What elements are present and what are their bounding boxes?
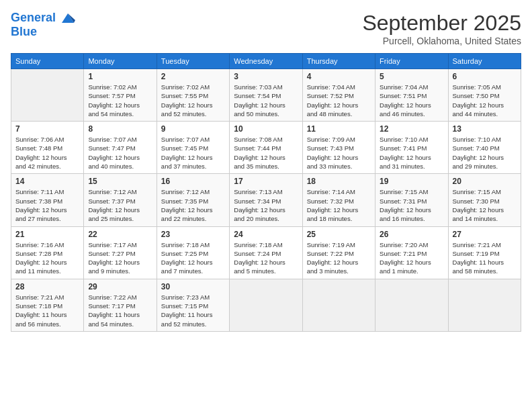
- calendar-body: 1Sunrise: 7:02 AMSunset: 7:57 PMDaylight…: [11, 69, 521, 332]
- day-number: 10: [234, 124, 298, 134]
- calendar-cell: 17Sunrise: 7:13 AMSunset: 7:34 PMDayligh…: [230, 174, 302, 226]
- day-info: Sunrise: 7:21 AMSunset: 7:18 PMDaylight:…: [15, 293, 79, 328]
- header-day: Sunday: [11, 54, 84, 69]
- calendar-cell: 30Sunrise: 7:23 AMSunset: 7:15 PMDayligh…: [157, 279, 229, 331]
- calendar-cell: 19Sunrise: 7:15 AMSunset: 7:31 PMDayligh…: [375, 174, 448, 226]
- logo: General Blue: [11, 11, 75, 39]
- month-title: September 2025: [362, 11, 521, 36]
- header-day: Friday: [375, 54, 448, 69]
- day-info: Sunrise: 7:21 AMSunset: 7:19 PMDaylight:…: [453, 240, 517, 276]
- calendar-cell: [375, 279, 448, 331]
- day-info: Sunrise: 7:10 AMSunset: 7:40 PMDaylight:…: [453, 135, 517, 171]
- day-number: 18: [307, 177, 371, 186]
- calendar-cell: 3Sunrise: 7:03 AMSunset: 7:54 PMDaylight…: [230, 69, 302, 122]
- calendar-cell: 4Sunrise: 7:04 AMSunset: 7:52 PMDaylight…: [302, 69, 375, 122]
- day-info: Sunrise: 7:17 AMSunset: 7:27 PMDaylight:…: [88, 240, 152, 276]
- calendar-cell: 22Sunrise: 7:17 AMSunset: 7:27 PMDayligh…: [84, 226, 157, 279]
- day-number: 23: [161, 230, 225, 239]
- day-number: 25: [307, 230, 371, 239]
- calendar-cell: 15Sunrise: 7:12 AMSunset: 7:37 PMDayligh…: [84, 174, 157, 226]
- calendar-cell: 16Sunrise: 7:12 AMSunset: 7:35 PMDayligh…: [157, 174, 229, 226]
- day-number: 30: [161, 282, 225, 291]
- calendar-week-row: 14Sunrise: 7:11 AMSunset: 7:38 PMDayligh…: [11, 174, 521, 226]
- calendar-cell: 29Sunrise: 7:22 AMSunset: 7:17 PMDayligh…: [84, 279, 157, 331]
- calendar-cell: 20Sunrise: 7:15 AMSunset: 7:30 PMDayligh…: [448, 174, 521, 226]
- day-info: Sunrise: 7:12 AMSunset: 7:37 PMDaylight:…: [88, 187, 152, 223]
- day-number: 7: [15, 124, 79, 134]
- day-number: 17: [234, 177, 298, 186]
- day-number: 14: [15, 177, 79, 186]
- calendar-cell: 5Sunrise: 7:04 AMSunset: 7:51 PMDaylight…: [375, 69, 448, 122]
- header-day: Wednesday: [230, 54, 302, 69]
- day-number: 16: [161, 177, 225, 186]
- location-subtitle: Purcell, Oklahoma, United States: [362, 36, 521, 46]
- day-info: Sunrise: 7:13 AMSunset: 7:34 PMDaylight:…: [234, 187, 298, 223]
- day-info: Sunrise: 7:07 AMSunset: 7:47 PMDaylight:…: [88, 135, 152, 171]
- logo-icon: [60, 11, 75, 26]
- calendar-cell: 8Sunrise: 7:07 AMSunset: 7:47 PMDaylight…: [84, 122, 157, 174]
- day-info: Sunrise: 7:04 AMSunset: 7:51 PMDaylight:…: [380, 83, 443, 118]
- day-number: 13: [453, 124, 517, 134]
- day-info: Sunrise: 7:02 AMSunset: 7:57 PMDaylight:…: [88, 83, 152, 118]
- day-info: Sunrise: 7:10 AMSunset: 7:41 PMDaylight:…: [380, 135, 443, 171]
- calendar-cell: [448, 279, 521, 331]
- day-number: 11: [307, 124, 371, 134]
- day-number: 2: [161, 72, 225, 81]
- day-number: 3: [234, 72, 298, 81]
- calendar-cell: 6Sunrise: 7:05 AMSunset: 7:50 PMDaylight…: [448, 69, 521, 122]
- day-number: 1: [88, 72, 152, 81]
- calendar-week-row: 7Sunrise: 7:06 AMSunset: 7:48 PMDaylight…: [11, 122, 521, 174]
- calendar-cell: 18Sunrise: 7:14 AMSunset: 7:32 PMDayligh…: [302, 174, 375, 226]
- calendar-cell: 9Sunrise: 7:07 AMSunset: 7:45 PMDaylight…: [157, 122, 229, 174]
- logo-blue-text: Blue: [11, 26, 75, 39]
- calendar-cell: 21Sunrise: 7:16 AMSunset: 7:28 PMDayligh…: [11, 226, 84, 279]
- day-number: 28: [15, 282, 79, 291]
- calendar-header-row: SundayMondayTuesdayWednesdayThursdayFrid…: [11, 54, 521, 69]
- calendar-cell: 28Sunrise: 7:21 AMSunset: 7:18 PMDayligh…: [11, 279, 84, 331]
- day-info: Sunrise: 7:05 AMSunset: 7:50 PMDaylight:…: [453, 83, 517, 118]
- calendar-week-row: 28Sunrise: 7:21 AMSunset: 7:18 PMDayligh…: [11, 279, 521, 331]
- page-header: General Blue September 2025 Purcell, Okl…: [11, 11, 521, 46]
- header-day: Monday: [84, 54, 157, 69]
- day-info: Sunrise: 7:03 AMSunset: 7:54 PMDaylight:…: [234, 83, 298, 118]
- calendar-cell: 24Sunrise: 7:18 AMSunset: 7:24 PMDayligh…: [230, 226, 302, 279]
- day-number: 26: [380, 230, 443, 239]
- calendar-cell: 11Sunrise: 7:09 AMSunset: 7:43 PMDayligh…: [302, 122, 375, 174]
- calendar-cell: [230, 279, 302, 331]
- logo-text: General: [11, 11, 75, 26]
- day-info: Sunrise: 7:02 AMSunset: 7:55 PMDaylight:…: [161, 83, 225, 118]
- day-number: 29: [88, 282, 152, 291]
- calendar-cell: 14Sunrise: 7:11 AMSunset: 7:38 PMDayligh…: [11, 174, 84, 226]
- calendar-cell: 7Sunrise: 7:06 AMSunset: 7:48 PMDaylight…: [11, 122, 84, 174]
- day-info: Sunrise: 7:14 AMSunset: 7:32 PMDaylight:…: [307, 187, 371, 223]
- day-number: 6: [453, 72, 517, 81]
- header-day: Tuesday: [157, 54, 229, 69]
- day-info: Sunrise: 7:08 AMSunset: 7:44 PMDaylight:…: [234, 135, 298, 171]
- day-info: Sunrise: 7:15 AMSunset: 7:31 PMDaylight:…: [380, 187, 443, 223]
- day-number: 24: [234, 230, 298, 239]
- calendar-cell: [302, 279, 375, 331]
- day-info: Sunrise: 7:12 AMSunset: 7:35 PMDaylight:…: [161, 187, 225, 223]
- calendar-cell: 23Sunrise: 7:18 AMSunset: 7:25 PMDayligh…: [157, 226, 229, 279]
- calendar-cell: 12Sunrise: 7:10 AMSunset: 7:41 PMDayligh…: [375, 122, 448, 174]
- day-info: Sunrise: 7:04 AMSunset: 7:52 PMDaylight:…: [307, 83, 371, 118]
- day-number: 5: [380, 72, 443, 81]
- day-number: 22: [88, 230, 152, 239]
- day-info: Sunrise: 7:16 AMSunset: 7:28 PMDaylight:…: [15, 240, 79, 276]
- day-info: Sunrise: 7:22 AMSunset: 7:17 PMDaylight:…: [88, 293, 152, 328]
- day-info: Sunrise: 7:23 AMSunset: 7:15 PMDaylight:…: [161, 293, 225, 328]
- day-number: 9: [161, 124, 225, 134]
- calendar-cell: [11, 69, 84, 122]
- day-info: Sunrise: 7:18 AMSunset: 7:25 PMDaylight:…: [161, 240, 225, 276]
- calendar-cell: 2Sunrise: 7:02 AMSunset: 7:55 PMDaylight…: [157, 69, 229, 122]
- calendar-cell: 10Sunrise: 7:08 AMSunset: 7:44 PMDayligh…: [230, 122, 302, 174]
- day-number: 19: [380, 177, 443, 186]
- day-info: Sunrise: 7:06 AMSunset: 7:48 PMDaylight:…: [15, 135, 79, 171]
- calendar-cell: 27Sunrise: 7:21 AMSunset: 7:19 PMDayligh…: [448, 226, 521, 279]
- calendar-cell: 13Sunrise: 7:10 AMSunset: 7:40 PMDayligh…: [448, 122, 521, 174]
- day-number: 15: [88, 177, 152, 186]
- day-info: Sunrise: 7:18 AMSunset: 7:24 PMDaylight:…: [234, 240, 298, 276]
- title-block: September 2025 Purcell, Oklahoma, United…: [362, 11, 521, 46]
- calendar-week-row: 1Sunrise: 7:02 AMSunset: 7:57 PMDaylight…: [11, 69, 521, 122]
- calendar-cell: 1Sunrise: 7:02 AMSunset: 7:57 PMDaylight…: [84, 69, 157, 122]
